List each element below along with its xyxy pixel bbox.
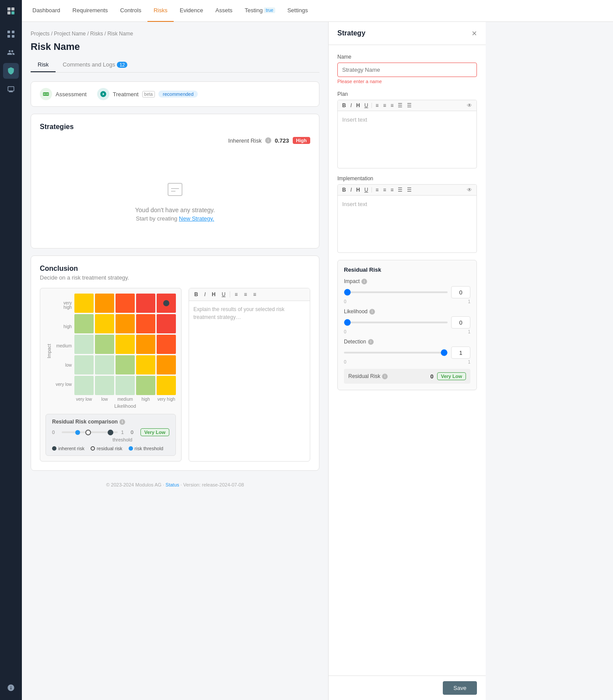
- sidebar-icon-monitor[interactable]: [3, 81, 19, 97]
- beta-badge: true: [264, 7, 275, 13]
- plan-editor-area[interactable]: Insert text: [338, 111, 476, 168]
- impact-slider[interactable]: [344, 291, 448, 293]
- sidebar-icon-info[interactable]: [3, 680, 19, 696]
- plan-toolbar-heading[interactable]: H: [354, 102, 362, 109]
- nav-dashboard[interactable]: Dashboard: [26, 0, 67, 22]
- sidebar-icon-grid[interactable]: [3, 26, 19, 42]
- sidebar-icon-users[interactable]: [3, 45, 19, 60]
- residual-risk-section: Residual Risk Impact i 0 0 1: [337, 260, 477, 390]
- inherent-risk-label: Inherent Risk: [228, 137, 262, 144]
- plan-toolbar-bold[interactable]: B: [340, 102, 348, 109]
- toolbar-align-right[interactable]: ≡: [250, 290, 259, 299]
- plan-toolbar-italic[interactable]: I: [349, 102, 354, 109]
- footer-status-link[interactable]: Status: [165, 482, 179, 487]
- comments-badge: 12: [117, 62, 127, 68]
- matrix-x-axis-title: Likelihood: [74, 403, 176, 409]
- inherent-risk-info[interactable]: i: [265, 137, 271, 144]
- assessment-item[interactable]: Assessment: [40, 88, 87, 100]
- tab-risk[interactable]: Risk: [31, 58, 56, 72]
- likelihood-slider[interactable]: [344, 322, 448, 323]
- cell-3-4: [157, 355, 176, 374]
- nav-settings[interactable]: Settings: [281, 0, 314, 22]
- new-strategy-link[interactable]: New Strategy.: [179, 215, 214, 222]
- toolbar-align-center[interactable]: ≡: [241, 290, 249, 299]
- toolbar-align-left[interactable]: ≡: [232, 290, 240, 299]
- detection-field: Detection i 1 0 1: [344, 339, 470, 364]
- nav-controls[interactable]: Controls: [114, 0, 147, 22]
- likelihood-label: Likelihood: [344, 308, 368, 315]
- legend-inherent: inherent risk: [52, 446, 84, 451]
- plan-toolbar-align3[interactable]: ≡: [389, 102, 395, 109]
- panel-body: Name Please enter a name Plan B I H U ≡ …: [329, 45, 486, 676]
- residual-risk-result: Residual Risk i 0 Very Low: [344, 369, 470, 384]
- plan-toolbar-list1[interactable]: ☰: [396, 102, 404, 109]
- impl-toolbar-underline[interactable]: U: [363, 186, 370, 193]
- treatment-item[interactable]: Treatment beta recommended: [97, 88, 198, 100]
- impl-toolbar-bold[interactable]: B: [340, 186, 348, 193]
- toolbar-heading[interactable]: H: [209, 290, 218, 299]
- sidebar-icon-home[interactable]: [0, 0, 22, 22]
- nav-testing[interactable]: Testingtrue: [238, 0, 281, 22]
- name-input[interactable]: [337, 63, 477, 77]
- plan-editor: B I H U ≡ ≡ ≡ ☰ ☰ 👁 Insert te: [337, 100, 477, 168]
- toolbar-underline[interactable]: U: [219, 290, 228, 299]
- cell-4-0: [74, 376, 94, 395]
- cell-4-3: [136, 376, 155, 395]
- y-label-0: very high: [54, 301, 72, 310]
- detection-info[interactable]: i: [368, 339, 374, 345]
- save-button[interactable]: Save: [443, 681, 477, 695]
- slider-current-val: 0: [131, 430, 137, 435]
- strategies-section: Strategies Inherent Risk i 0.723 High Yo…: [31, 114, 319, 248]
- impl-toolbar-heading[interactable]: H: [354, 186, 362, 193]
- conclusion-editor-area[interactable]: Explain the results of your selected ris…: [189, 301, 310, 432]
- impl-toolbar-preview[interactable]: 👁: [465, 186, 474, 193]
- cell-3-2: [116, 355, 135, 374]
- impl-toolbar-italic[interactable]: I: [349, 186, 354, 193]
- detection-slider[interactable]: [344, 352, 448, 354]
- nav-evidence[interactable]: Evidence: [174, 0, 209, 22]
- plan-toolbar-underline[interactable]: U: [363, 102, 370, 109]
- panel-close-button[interactable]: ×: [472, 29, 477, 38]
- impl-toolbar-list2[interactable]: ☰: [405, 186, 413, 193]
- plan-toolbar-align2[interactable]: ≡: [381, 102, 388, 109]
- nav-assets[interactable]: Assets: [209, 0, 238, 22]
- main-content: Projects / Project Name / Risks / Risk N…: [22, 22, 328, 700]
- nav-requirements[interactable]: Requirements: [67, 0, 114, 22]
- svg-rect-0: [7, 7, 11, 10]
- panel-footer: Save: [329, 676, 486, 700]
- tab-comments[interactable]: Comments and Logs 12: [56, 58, 134, 72]
- likelihood-info[interactable]: i: [369, 309, 375, 315]
- impl-toolbar-align1[interactable]: ≡: [374, 186, 380, 193]
- residual-risk-result-info[interactable]: i: [382, 374, 388, 379]
- inherent-risk-value: 0.723: [275, 137, 289, 144]
- residual-risk-very-low-badge: Very Low: [437, 372, 466, 380]
- toolbar-bold[interactable]: B: [192, 290, 201, 299]
- impl-toolbar-list1[interactable]: ☰: [396, 186, 404, 193]
- residual-comparison-info[interactable]: i: [119, 419, 125, 425]
- detection-value-box: 1: [451, 346, 470, 359]
- impl-toolbar-align2[interactable]: ≡: [381, 186, 388, 193]
- x-label-3: high: [136, 397, 155, 402]
- left-sidebar: [0, 22, 22, 700]
- y-label-4: very low: [54, 382, 72, 387]
- residual-comparison-title: Residual Risk comparison: [52, 419, 118, 425]
- conclusion-editor: B I H U ≡ ≡ ≡ Explain the results of you…: [189, 288, 310, 462]
- plan-toolbar-list2[interactable]: ☰: [405, 102, 413, 109]
- conclusion-title: Conclusion: [40, 265, 310, 273]
- cell-0-2: [116, 294, 135, 313]
- editor-toolbar: B I H U ≡ ≡ ≡: [189, 288, 310, 301]
- impact-info[interactable]: i: [361, 279, 367, 284]
- slider-val-right: 1: [121, 430, 127, 435]
- high-badge: High: [293, 137, 310, 144]
- toolbar-italic[interactable]: I: [202, 290, 208, 299]
- impl-editor-area[interactable]: Insert text: [338, 196, 476, 252]
- nav-risks[interactable]: Risks: [147, 0, 174, 22]
- plan-field-group: Plan B I H U ≡ ≡ ≡ ☰ ☰ 👁: [337, 91, 477, 168]
- plan-toolbar: B I H U ≡ ≡ ≡ ☰ ☰ 👁: [338, 100, 476, 111]
- svg-rect-3: [11, 11, 14, 14]
- x-label-0: very low: [74, 397, 94, 402]
- plan-toolbar-align1[interactable]: ≡: [374, 102, 380, 109]
- plan-toolbar-preview[interactable]: 👁: [465, 102, 474, 109]
- sidebar-icon-shield[interactable]: [3, 63, 19, 79]
- impl-toolbar-align3[interactable]: ≡: [389, 186, 395, 193]
